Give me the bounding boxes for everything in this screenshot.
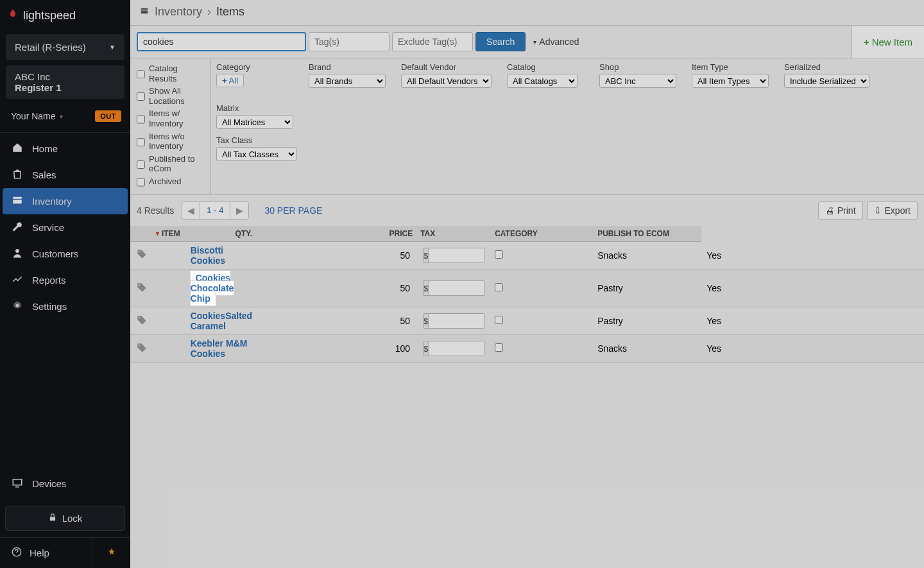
check-label: Catalog Results bbox=[149, 64, 207, 83]
shop-select[interactable]: ABC Inc bbox=[599, 74, 676, 88]
serialized-select[interactable]: Include Serialized bbox=[784, 74, 869, 88]
th-item[interactable]: ▾ ITEM bbox=[130, 226, 185, 242]
new-item-label: New Item bbox=[872, 37, 912, 47]
th-qty[interactable]: QTY. bbox=[185, 226, 257, 242]
tax-checkbox[interactable] bbox=[495, 316, 503, 324]
nav-sales[interactable]: Sales bbox=[0, 162, 130, 188]
nav-settings[interactable]: Settings bbox=[0, 293, 130, 320]
nav-service[interactable]: Service bbox=[0, 214, 130, 241]
th-price[interactable]: PRICE bbox=[257, 226, 418, 242]
price-value[interactable] bbox=[429, 248, 484, 262]
item-link[interactable]: CookiesSalted Caramel bbox=[191, 311, 252, 331]
qty-cell: 50 bbox=[257, 242, 418, 270]
check-catalog-results[interactable] bbox=[137, 65, 145, 83]
price-value[interactable] bbox=[429, 281, 484, 295]
search-row: Search ▾ Advanced + New Item bbox=[130, 26, 924, 58]
item-link[interactable]: Biscotti Cookies bbox=[191, 245, 225, 266]
check-show-all-locations[interactable] bbox=[137, 87, 145, 106]
exclude-tags-input[interactable] bbox=[392, 32, 473, 51]
company-block[interactable]: ABC Inc Register 1 bbox=[6, 65, 124, 99]
qty-cell: 100 bbox=[257, 335, 418, 363]
nav-inventory[interactable]: Inventory bbox=[3, 188, 128, 214]
tag-icon[interactable] bbox=[130, 242, 185, 270]
item-link[interactable]: Cookies Chocolate Chip bbox=[191, 271, 234, 306]
filter-matrix: Matrix All Matrices bbox=[216, 103, 293, 129]
retail-dropdown-label: Retail (R-Series) bbox=[15, 42, 86, 53]
item-link[interactable]: Keebler M&M Cookies bbox=[191, 338, 248, 359]
check-archived[interactable] bbox=[137, 178, 145, 187]
pager-next[interactable]: ▶ bbox=[230, 202, 248, 219]
out-badge[interactable]: OUT bbox=[95, 110, 121, 122]
tax-checkbox[interactable] bbox=[495, 283, 503, 291]
th-publish[interactable]: PUBLISH TO ECOM bbox=[592, 226, 701, 242]
category-all-button[interactable]: +All bbox=[216, 74, 244, 87]
check-items-with-inv[interactable] bbox=[137, 110, 145, 128]
price-cell: $ bbox=[418, 335, 490, 363]
tax-cell bbox=[490, 307, 592, 335]
tax-class-select[interactable]: All Tax Classes bbox=[216, 147, 297, 161]
export-icon: ⇩ bbox=[874, 205, 882, 216]
th-tax[interactable]: TAX bbox=[418, 226, 490, 242]
tax-checkbox[interactable] bbox=[495, 343, 503, 352]
currency-symbol: $ bbox=[424, 341, 429, 356]
item-type-select[interactable]: All Item Types bbox=[692, 74, 769, 88]
filters-grid: Category +All Brand All Brands Default V… bbox=[211, 58, 924, 194]
user-row[interactable]: Your Name ▾ OUT bbox=[0, 101, 130, 133]
price-input[interactable]: $ bbox=[423, 341, 484, 356]
tags-input[interactable] bbox=[309, 32, 389, 51]
nav-label: Service bbox=[32, 222, 64, 233]
price-input[interactable]: $ bbox=[423, 313, 484, 329]
tag-icon[interactable] bbox=[130, 307, 185, 335]
price-input[interactable]: $ bbox=[423, 248, 484, 263]
th-category[interactable]: CATEGORY bbox=[490, 226, 592, 242]
advanced-label: Advanced bbox=[539, 37, 579, 47]
table-row: Keebler M&M Cookies 100 $ Snacks Yes bbox=[130, 335, 924, 363]
print-button[interactable]: 🖨 Print bbox=[818, 202, 863, 219]
pin-button[interactable] bbox=[92, 538, 130, 568]
matrix-select[interactable]: All Matrices bbox=[216, 115, 293, 129]
price-value[interactable] bbox=[429, 341, 484, 356]
nav-reports[interactable]: Reports bbox=[0, 267, 130, 293]
price-value[interactable] bbox=[429, 314, 484, 328]
tag-icon[interactable] bbox=[130, 270, 185, 307]
category-all-label: All bbox=[229, 76, 238, 85]
filter-label: Catalog bbox=[507, 62, 584, 72]
item-name-cell: Biscotti Cookies bbox=[185, 242, 257, 270]
nav-customers[interactable]: Customers bbox=[0, 241, 130, 267]
search-input[interactable] bbox=[137, 32, 306, 51]
svg-point-2 bbox=[15, 249, 19, 253]
qty-cell: 50 bbox=[257, 270, 418, 307]
chart-icon bbox=[12, 273, 23, 287]
per-page-link[interactable]: 30 PER PAGE bbox=[264, 205, 322, 216]
svg-rect-5 bbox=[50, 517, 55, 521]
filters-checks: Catalog Results Show All Locations Items… bbox=[130, 58, 211, 194]
pager-prev[interactable]: ◀ bbox=[182, 202, 200, 219]
item-name-cell: CookiesSalted Caramel bbox=[185, 307, 257, 335]
check-published-ecom[interactable] bbox=[137, 155, 145, 174]
breadcrumb-section[interactable]: Inventory bbox=[155, 5, 202, 19]
retail-dropdown[interactable]: Retail (R-Series) ▼ bbox=[6, 34, 124, 60]
lock-button[interactable]: Lock bbox=[5, 506, 125, 531]
price-input[interactable]: $ bbox=[423, 280, 484, 296]
search-button[interactable]: Search bbox=[475, 32, 526, 51]
brand-select[interactable]: All Brands bbox=[309, 74, 386, 88]
qty-cell: 50 bbox=[257, 307, 418, 335]
tax-cell bbox=[490, 270, 592, 307]
tag-icon[interactable] bbox=[130, 335, 185, 363]
catalog-select[interactable]: All Catalogs bbox=[507, 74, 578, 88]
new-item-button[interactable]: + New Item bbox=[851, 26, 924, 58]
tax-checkbox[interactable] bbox=[495, 250, 503, 259]
default-vendor-select[interactable]: All Default Vendors bbox=[401, 74, 492, 88]
export-button[interactable]: ⇩ Export bbox=[867, 202, 918, 219]
advanced-toggle[interactable]: ▾ Advanced bbox=[533, 37, 579, 47]
svg-rect-7 bbox=[141, 8, 148, 10]
tax-cell bbox=[490, 335, 592, 363]
nav-devices[interactable]: Devices bbox=[0, 470, 130, 499]
filter-label: Matrix bbox=[216, 103, 293, 113]
nav-home[interactable]: Home bbox=[0, 135, 130, 162]
check-items-without-inv[interactable] bbox=[137, 133, 145, 151]
chevron-right-icon: › bbox=[207, 5, 211, 19]
publish-cell: Yes bbox=[701, 270, 924, 307]
help-button[interactable]: Help bbox=[0, 538, 92, 568]
currency-symbol: $ bbox=[424, 281, 429, 295]
